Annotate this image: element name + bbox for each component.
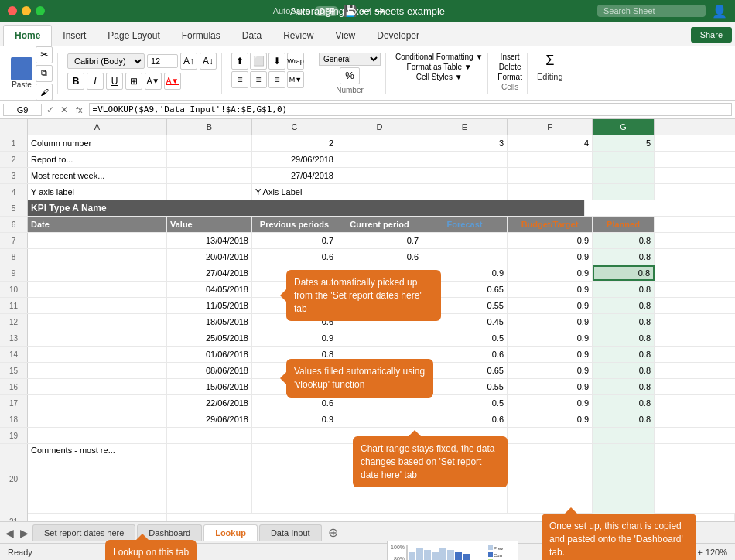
cell-g19[interactable] [593,428,655,443]
cell-a13[interactable] [28,330,167,346]
check-icon[interactable]: ✓ [45,104,56,115]
sheet-tab-lookup[interactable]: Lookup [203,524,258,541]
number-format-select[interactable]: General [319,53,381,66]
format-as-table-button[interactable]: Format as Table ▼ [407,63,472,71]
font-size-input[interactable] [147,54,178,68]
paste-button[interactable]: Paste [11,57,32,89]
cell-a16[interactable] [28,379,167,394]
cell-b17[interactable]: 22/06/2018 [167,395,252,411]
cell-c1[interactable]: 2 [252,135,337,151]
cell-a8[interactable] [28,249,167,265]
cell-e6[interactable]: Forecast [422,217,508,232]
formula-input[interactable] [89,103,732,116]
cell-f7[interactable]: 0.9 [508,233,593,248]
cell-g3[interactable] [593,168,655,183]
cell-e1[interactable]: 3 [422,135,508,151]
cell-g15[interactable]: 0.8 [593,363,655,378]
col-header-a[interactable]: A [28,119,167,135]
cell-f17[interactable]: 0.9 [508,395,593,411]
cell-c6[interactable]: Previous periods [252,217,337,232]
cell-a11[interactable] [28,298,167,313]
cell-c13[interactable]: 0.9 [252,330,337,346]
fill-color-button[interactable]: A▼ [145,73,162,90]
cell-a15[interactable] [28,363,167,378]
cell-b7[interactable]: 13/04/2018 [167,233,252,248]
cell-f16[interactable]: 0.9 [508,379,593,394]
align-top-button[interactable]: ⬆ [231,53,248,70]
cell-b1[interactable] [167,135,252,151]
cell-f8[interactable]: 0.9 [508,249,593,265]
cell-f14[interactable]: 0.9 [508,347,593,362]
cell-a17[interactable] [28,395,167,411]
cell-b10[interactable]: 04/05/2018 [167,282,252,297]
cell-d1[interactable] [337,135,422,151]
cell-g4[interactable] [593,184,655,200]
cell-a4[interactable]: Y axis label [28,184,167,200]
insert-button[interactable]: Insert [501,53,520,61]
cancel-formula-icon[interactable]: ✕ [59,104,70,115]
cell-f12[interactable]: 0.9 [508,314,593,330]
cell-f10[interactable]: 0.9 [508,282,593,297]
cell-g2[interactable] [593,152,655,167]
cell-d4[interactable] [337,184,422,200]
cell-c17[interactable]: 0.6 [252,395,337,411]
cell-f4[interactable] [508,184,593,200]
cell-c2[interactable]: 29/06/2018 [252,152,337,167]
copy-button[interactable]: ⧉ [36,65,53,82]
align-middle-button[interactable]: ⬜ [250,53,267,70]
cell-e3[interactable] [422,168,508,183]
cell-a9[interactable] [28,265,167,281]
align-bottom-button[interactable]: ⬇ [268,53,285,70]
cell-g13[interactable]: 0.8 [593,330,655,346]
add-sheet-button[interactable]: ⊕ [323,525,343,540]
cut-button[interactable]: ✂ [36,46,53,63]
cell-c7[interactable]: 0.7 [252,233,337,248]
format-painter-button[interactable]: 🖌 [36,84,53,101]
cell-b19[interactable] [167,428,252,443]
cell-styles-button[interactable]: Cell Styles ▼ [416,73,463,81]
col-header-b[interactable]: B [167,119,252,135]
cell-g11[interactable]: 0.8 [593,298,655,313]
cell-b11[interactable]: 11/05/2018 [167,298,252,313]
cell-d3[interactable] [337,168,422,183]
tab-prev-button[interactable]: ◀ [3,527,16,539]
align-right-button[interactable]: ≡ [268,71,285,88]
cell-b14[interactable]: 01/06/2018 [167,347,252,362]
cell-a3[interactable]: Most recent week... [28,168,167,183]
cell-c18[interactable]: 0.9 [252,411,337,427]
cell-d13[interactable] [337,330,422,346]
cell-f9[interactable]: 0.9 [508,265,593,281]
cell-g18[interactable]: 0.8 [593,411,655,427]
cell-e8[interactable] [422,249,508,265]
font-color-button[interactable]: A▼ [164,73,181,90]
cell-b6[interactable]: Value [167,217,252,232]
align-left-button[interactable]: ≡ [231,71,248,88]
merge-button[interactable]: M▼ [287,71,304,88]
cell-d6[interactable]: Current period [337,217,422,232]
cell-c3[interactable]: 27/04/2018 [252,168,337,183]
cell-b13[interactable]: 25/05/2018 [167,330,252,346]
font-increase-button[interactable]: A↑ [180,53,197,70]
cell-f6[interactable]: Budget/Target [508,217,593,232]
cell-d8[interactable]: 0.6 [337,249,422,265]
cell-c20[interactable] [252,444,337,514]
zoom-in-icon[interactable]: + [697,548,702,557]
conditional-formatting-button[interactable]: Conditional Formatting ▼ [395,53,483,61]
sheet-tab-data-input[interactable]: Data Input [259,524,322,541]
cell-g16[interactable]: 0.8 [593,379,655,394]
tab-home[interactable]: Home [3,25,52,46]
cell-d17[interactable] [337,395,422,411]
cell-g12[interactable]: 0.8 [593,314,655,330]
cell-g9[interactable]: 0.8 [593,265,655,281]
tab-page-layout[interactable]: Page Layout [97,26,170,46]
font-name-select[interactable]: Calibri (Body) [67,53,145,69]
cell-e4[interactable] [422,184,508,200]
tab-review[interactable]: Review [272,26,324,46]
wrap-text-button[interactable]: Wrap [287,53,304,70]
cell-g17[interactable]: 0.8 [593,395,655,411]
cell-g7[interactable]: 0.8 [593,233,655,248]
col-header-f[interactable]: F [508,119,593,135]
cell-f20[interactable] [508,444,593,514]
cell-b16[interactable]: 15/06/2018 [167,379,252,394]
cell-e18[interactable]: 0.6 [422,411,508,427]
